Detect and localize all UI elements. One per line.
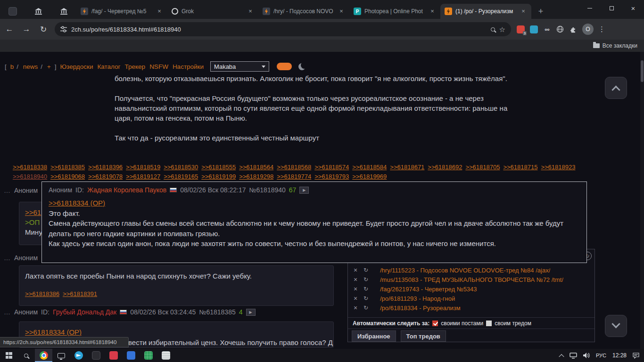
- taskbar-dark-app[interactable]: [87, 349, 105, 362]
- favorite-thread-link[interactable]: /po/61818334 - Рузореализм: [380, 304, 461, 312]
- refresh-thread-icon[interactable]: ↻: [362, 267, 370, 273]
- taskbar-blue-app[interactable]: [122, 349, 140, 362]
- post-menu-icon[interactable]: …: [4, 308, 11, 316]
- post-menu-icon[interactable]: …: [4, 254, 11, 262]
- remove-thread-icon[interactable]: ×: [352, 304, 359, 312]
- reply-link[interactable]: >>61818574: [314, 164, 349, 171]
- reply-link[interactable]: >>61818568: [277, 164, 311, 171]
- close-tab-icon[interactable]: ×: [156, 8, 163, 15]
- address-bar[interactable]: 2ch.su/po/res/61818334.html#61818940 ☆: [55, 22, 511, 36]
- remove-thread-icon[interactable]: ×: [352, 295, 359, 302]
- site-nav-link[interactable]: Каталог: [97, 63, 120, 70]
- extension-teal-icon[interactable]: [530, 25, 538, 33]
- tab-po-active[interactable]: (1) /po/ - Рузореализм ×: [440, 4, 531, 19]
- close-tab-icon[interactable]: ×: [338, 8, 345, 15]
- taskbar-search-button[interactable]: [17, 349, 35, 362]
- board-link[interactable]: news: [17, 63, 38, 70]
- site-nav-link[interactable]: Юзердоски: [60, 63, 93, 70]
- site-nav-link[interactable]: Настройки: [173, 63, 204, 70]
- language-indicator[interactable]: РУС: [596, 353, 606, 358]
- profile-avatar[interactable]: O: [582, 24, 594, 35]
- reply-link[interactable]: >>61819298: [239, 173, 273, 180]
- reload-button[interactable]: ↻: [36, 22, 51, 37]
- favorite-thread-link[interactable]: /po/61811293 - Народ-гной: [380, 295, 455, 302]
- board-link[interactable]: +: [41, 63, 50, 70]
- bookmark-star-icon[interactable]: ☆: [499, 26, 505, 33]
- scroll-to-top-button[interactable]: [605, 77, 627, 99]
- reply-link[interactable]: >>61818391: [63, 289, 97, 299]
- reply-link[interactable]: >>61818385: [50, 164, 85, 171]
- watch-own-posts-checkbox[interactable]: [432, 321, 438, 326]
- tab-top-threads[interactable]: Топ тредов: [401, 330, 446, 342]
- pinned-tab-2[interactable]: [25, 4, 51, 19]
- tab-grok[interactable]: Grok ×: [167, 4, 258, 19]
- style-select[interactable]: Makaba: [210, 61, 269, 72]
- close-window-button[interactable]: ×: [622, 0, 644, 16]
- reply-link[interactable]: >>61818584: [352, 164, 387, 171]
- reply-link[interactable]: >>61818692: [428, 164, 462, 171]
- reply-link[interactable]: >>61819793: [314, 173, 349, 180]
- favorite-thread-link[interactable]: /hry/1115223 - Подсосов NOVOE OLDOVOE-тр…: [380, 267, 550, 274]
- action-center-icon[interactable]: [633, 352, 639, 359]
- reply-link[interactable]: >>61818396: [88, 164, 123, 171]
- back-button[interactable]: ←: [2, 22, 17, 37]
- browser-menu-icon[interactable]: ⋮: [598, 25, 605, 33]
- taskbar-red-app[interactable]: [105, 349, 122, 362]
- reply-link[interactable]: >>61818555: [201, 164, 236, 171]
- refresh-thread-icon[interactable]: ↻: [362, 276, 370, 283]
- dark-mode-moon-icon[interactable]: [298, 63, 305, 70]
- taskbar-explorer[interactable]: [52, 349, 70, 362]
- pinned-tab-3[interactable]: [51, 4, 76, 19]
- url-text[interactable]: 2ch.su/po/res/61818334.html#61818940: [71, 26, 487, 33]
- remove-thread-icon[interactable]: ×: [352, 266, 359, 274]
- remove-thread-icon[interactable]: ×: [352, 276, 359, 283]
- volume-icon[interactable]: [583, 353, 590, 358]
- reply-link[interactable]: >>61819127: [126, 173, 160, 180]
- site-nav-link[interactable]: NSFW: [149, 63, 168, 70]
- favorite-thread-link[interactable]: /mus/1135083 - ТРЕД МУЗЫКАЛЬНОГО ТВОРЧЕС…: [380, 276, 563, 283]
- start-button[interactable]: [0, 349, 17, 362]
- reply-link[interactable]: >>61819969: [352, 173, 387, 180]
- reply-link[interactable]: >>61818519: [126, 164, 160, 171]
- tab-hry[interactable]: /hry/ - Подсосов NOVO ×: [258, 4, 349, 19]
- tab-photopea[interactable]: P Photopea | Online Phot ×: [349, 4, 440, 19]
- close-tab-icon[interactable]: ×: [520, 8, 527, 15]
- clock[interactable]: 12:28: [612, 352, 627, 359]
- expand-post-button[interactable]: ▶: [299, 187, 309, 194]
- reply-link[interactable]: >>61819068: [50, 173, 85, 180]
- board-link[interactable]: b: [10, 63, 14, 70]
- scrollbar-thumb[interactable]: [641, 60, 644, 82]
- page-scrollbar[interactable]: [640, 52, 644, 349]
- zoom-icon[interactable]: [491, 27, 495, 32]
- reply-link[interactable]: >>61818923: [541, 164, 575, 171]
- reply-link[interactable]: >>61818338: [13, 164, 47, 171]
- reply-link[interactable]: >>61818530: [164, 164, 198, 171]
- scroll-to-bottom-button[interactable]: [605, 315, 627, 337]
- forward-button[interactable]: →: [19, 22, 34, 37]
- taskbar-telegram[interactable]: [70, 349, 87, 362]
- close-tab-icon[interactable]: ×: [247, 8, 254, 15]
- reply-link[interactable]: >>61819165: [164, 173, 198, 180]
- expand-post-button[interactable]: ▶: [246, 309, 256, 316]
- refresh-thread-icon[interactable]: ↻: [362, 286, 370, 292]
- all-bookmarks-button[interactable]: Все закладки: [593, 42, 644, 49]
- site-settings-icon[interactable]: [60, 26, 67, 33]
- theme-toggle[interactable]: [277, 63, 292, 70]
- pinned-tab-1[interactable]: [0, 4, 25, 19]
- taskbar-chrome[interactable]: [35, 349, 52, 362]
- reply-link[interactable]: >>61818705: [465, 164, 500, 171]
- tab-fag[interactable]: /fag/ - Черветред №5 ×: [76, 4, 167, 19]
- globe-icon[interactable]: [556, 25, 564, 33]
- remove-thread-icon[interactable]: ×: [352, 285, 359, 293]
- reply-link[interactable]: >>61818940: [13, 173, 47, 180]
- op-reply-link[interactable]: >>61818334 (OP): [49, 199, 105, 207]
- extension-red-icon[interactable]: 3: [517, 25, 525, 33]
- extension-oo-icon[interactable]: oo: [543, 25, 551, 33]
- reply-link[interactable]: >>61819199: [201, 173, 236, 180]
- reply-link[interactable]: >>61818564: [239, 164, 273, 171]
- close-tab-icon[interactable]: ×: [429, 8, 436, 15]
- puzzle-extensions-icon[interactable]: [569, 25, 577, 33]
- network-icon[interactable]: [570, 353, 577, 359]
- refresh-thread-icon[interactable]: ↻: [362, 295, 370, 302]
- post-number-link[interactable]: №61818940: [249, 186, 286, 194]
